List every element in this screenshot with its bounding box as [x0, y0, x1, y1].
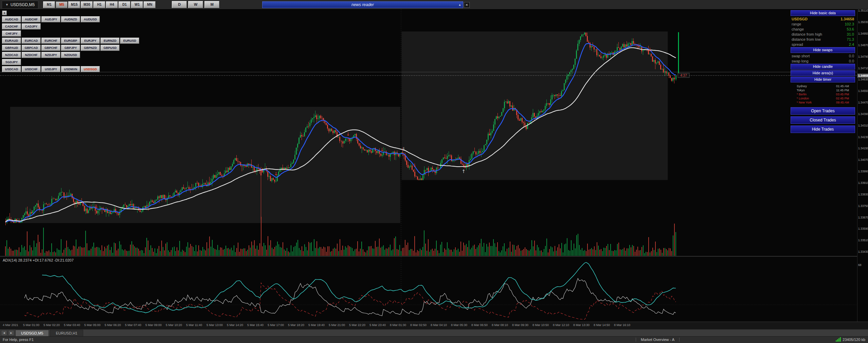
news-reader-bar[interactable]: news reader — [262, 1, 463, 8]
tab-scroll-left-button[interactable]: ◄ — [1, 330, 7, 336]
chart-tab-usdsgd-m5[interactable]: USDSGD,M5 — [15, 330, 49, 336]
symbol-button-audusd[interactable]: AUDUSD — [81, 16, 100, 22]
price-axis-label: 1.33990 — [858, 170, 868, 173]
symbol-button-eurcad[interactable]: EURCAD — [22, 38, 41, 44]
symbol-button-gbpnzd[interactable]: GBPNZD — [81, 45, 100, 51]
symbol-button-cadjpy[interactable]: CADJPY — [22, 23, 41, 30]
symbol-button-audchf[interactable]: AUDCHF — [22, 16, 41, 22]
info-row-swap-long: swap long0.0 — [791, 59, 855, 64]
period-button-m[interactable]: M — [204, 1, 219, 8]
info-label-swap-short: swap short — [792, 54, 810, 59]
symbol-button-usdcad[interactable]: USDCAD — [2, 66, 21, 72]
hide-trades-button[interactable]: Hide Trades — [791, 126, 855, 133]
symbol-button-gbpchf[interactable]: GBPCHF — [41, 45, 60, 51]
time-axis[interactable]: 4 Mar 20215 Mar 01:005 Mar 02:205 Mar 03… — [0, 322, 868, 329]
status-overview-text[interactable]: Market Overview - A — [636, 338, 680, 342]
info-row-range: range102.3 — [791, 22, 855, 27]
symbol-button-eurchf[interactable]: EURCHF — [41, 38, 60, 44]
symbol-button-usdjpy[interactable]: USDJPY — [41, 66, 60, 72]
symbol-button-eurgbp[interactable]: EURGBP — [61, 38, 80, 44]
chart-tab-eurusd-h1[interactable]: EURUSD,H1 — [50, 330, 83, 336]
price-axis-label: 1.34870 — [858, 43, 868, 47]
time-axis-label: 5 Mar 21:00 — [329, 323, 345, 327]
status-help-text: For Help, press F1 — [3, 338, 34, 342]
timeframe-button-m30[interactable]: M30 — [81, 1, 93, 8]
timeframe-button-mn[interactable]: MN — [144, 1, 156, 8]
session-row: * London02:45 PM — [797, 96, 849, 100]
period-button-w[interactable]: W — [188, 1, 203, 8]
time-axis-label: 5 Mar 17:00 — [268, 323, 284, 327]
symbol-button-nzdjpy[interactable]: NZDJPY — [41, 52, 60, 58]
price-axis-label: 1.34390 — [858, 112, 868, 116]
symbol-button-euraud[interactable]: EURAUD — [2, 38, 21, 44]
symbol-button-chfjpy[interactable]: CHFJPY — [2, 31, 21, 37]
symbol-row: EURAUDEURCADEURCHFEURGBPEURJPYEURNZDEURU… — [2, 38, 140, 44]
symbol-button-usdchf[interactable]: USDCHF — [22, 66, 41, 72]
news-close-button[interactable]: ✕ — [464, 2, 470, 8]
hide-areas-button[interactable]: Hide area(s) — [791, 70, 855, 76]
hide-basic-data-button[interactable]: Hide basic data — [791, 10, 855, 16]
symbol-button-sgdjpy[interactable]: SGDJPY — [2, 59, 21, 65]
adx-line — [42, 262, 676, 313]
timeframe-toolbar: M1M5M15M30H1H4D1W1MN — [42, 1, 156, 8]
symbol-button-usdsgd[interactable]: USDSGD — [81, 66, 100, 72]
info-label-spread: spread — [792, 42, 803, 47]
timeframe-button-h4[interactable]: H4 — [106, 1, 118, 8]
timeframe-button-h1[interactable]: H1 — [93, 1, 105, 8]
timeframe-button-w1[interactable]: W1 — [131, 1, 143, 8]
time-axis-label: 5 Mar 23:40 — [369, 323, 386, 327]
symbol-button-gbpcad[interactable]: GBPCAD — [22, 45, 41, 51]
symbol-panel-close-button[interactable]: x — [2, 11, 7, 15]
hide-candle-button[interactable]: Hide candle — [791, 64, 855, 70]
closed-trades-button[interactable]: Closed Trades — [791, 116, 855, 124]
period-button-d[interactable]: D — [172, 1, 187, 8]
symbol-button-nzdcad[interactable]: NZDCAD — [2, 52, 21, 58]
triangle-up-icon: ▲ — [458, 3, 462, 6]
price-axis-label: 1.34230 — [858, 135, 868, 139]
symbol-row: GBPAUDGBPCADGBPCHFGBPJPYGBPNZDGBPUSD — [2, 45, 140, 51]
info-row-distance-from-low: distance from low71.3 — [791, 37, 855, 42]
price-axis-label: 1.34950 — [858, 32, 868, 35]
time-axis-label: 8 Mar 05:30 — [451, 323, 467, 327]
tabbar: ◄ ► USDSGD,M5EURUSD,H1 — [0, 329, 868, 336]
price-axis-label: 1.34470 — [858, 101, 868, 104]
timeframe-button-m5[interactable]: M5 — [56, 1, 68, 8]
price-axis-label: 1.33830 — [858, 193, 868, 196]
timeframe-button-m1[interactable]: M1 — [43, 1, 55, 8]
timeframe-button-m15[interactable]: M15 — [68, 1, 80, 8]
symbol-button-eurjpy[interactable]: EURJPY — [81, 38, 100, 44]
price-axis[interactable]: 1.351101.350301.349501.348701.347901.347… — [857, 9, 868, 329]
time-axis-label: 5 Mar 18:20 — [288, 323, 304, 327]
symbol-row: USDCADUSDCHFUSDJPYUSDMXNUSDSGD — [2, 66, 140, 72]
hide-swaps-button[interactable]: Hide swaps — [791, 47, 855, 53]
symbol-button-audjpy[interactable]: AUDJPY — [41, 16, 60, 22]
symbol-button-audnzd[interactable]: AUDNZD — [61, 16, 80, 22]
symbol-button-gbpusd[interactable]: GBPUSD — [101, 45, 120, 51]
symbol-button-nzdchf[interactable]: NZDCHF — [22, 52, 41, 58]
minus-di-line — [24, 283, 676, 320]
symbol-button-gbpaud[interactable]: GBPAUD — [2, 45, 21, 51]
time-axis-label: 5 Mar 09:00 — [145, 323, 162, 327]
news-collapse-button[interactable]: ▲ — [457, 2, 463, 7]
symbol-button-cadchf[interactable]: CADCHF — [2, 23, 21, 30]
symbol-button-gbpjpy[interactable]: GBPJPY — [61, 45, 80, 51]
symbol-button-usdmxn[interactable]: USDMXN — [61, 66, 80, 72]
open-trades-button[interactable]: Open Trades — [791, 107, 855, 115]
symbol-button-eurusd[interactable]: EURUSD — [120, 38, 139, 44]
timeframe-button-d1[interactable]: D1 — [119, 1, 130, 8]
indicator-pane[interactable] — [0, 257, 857, 322]
time-axis-label: 5 Mar 05:00 — [84, 323, 101, 327]
info-label-swap-long: swap long — [792, 59, 809, 64]
tab-scroll-right-button[interactable]: ► — [8, 330, 14, 336]
statusbar: For Help, press F1 Market Overview - A 2… — [0, 336, 868, 343]
symbol-button-nzdusd[interactable]: NZDUSD — [61, 52, 80, 58]
info-value-spread: 2.4 — [849, 42, 854, 47]
hide-timer-button[interactable]: Hide timer — [791, 77, 855, 82]
signal-arrow-up-icon: ↑ — [462, 169, 466, 174]
day-range-box-2 — [402, 32, 668, 180]
symbol-button-eurnzd[interactable]: EURNZD — [101, 38, 120, 44]
time-axis-label: 8 Mar 14:50 — [594, 323, 610, 327]
chart-symbol-tab[interactable]: ▼ USDSGD,M5 — [2, 1, 38, 9]
signal-arrow-down-icon: ↓ — [648, 47, 652, 52]
symbol-button-audcad[interactable]: AUDCAD — [2, 16, 21, 22]
